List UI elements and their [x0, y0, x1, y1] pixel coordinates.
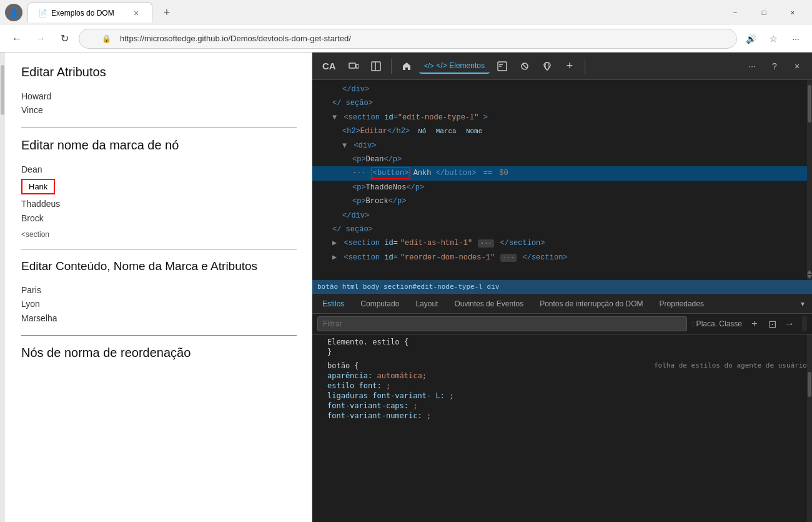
ca-button[interactable]: CA — [317, 58, 341, 74]
dom-line-section-close: </ seção> — [312, 96, 812, 110]
read-aloud-button[interactable]: 🔊 — [742, 30, 760, 48]
section3-content: Paris Lyon Marselha — [21, 283, 297, 325]
dom-panel: </div> </ seção> ▼ <section id="edit-nod… — [312, 80, 812, 280]
styles-panel-scrollbar[interactable] — [807, 334, 812, 522]
favorites-button[interactable]: ☆ — [765, 30, 782, 48]
tab-styles[interactable]: Estilos — [315, 297, 352, 311]
network-button[interactable] — [537, 56, 557, 76]
devtools-panel: CA </> </> Elementos — [312, 53, 812, 522]
toggle-panel-button[interactable] — [366, 56, 386, 76]
dom-line-p-thaddeus[interactable]: <p>ThaddeNos</p> — [312, 181, 812, 194]
section3-title: Editar Conteúdo, Nome da Marca e Atribut… — [21, 259, 297, 273]
more-tools-button[interactable]: ··· — [742, 56, 762, 76]
dom-line-h2[interactable]: <h2>Editar</h2> Nó Marca Nome — [312, 124, 812, 138]
element-style-close: } — [317, 347, 807, 357]
separator2 — [21, 249, 297, 249]
lock-icon: 🔒 — [102, 34, 111, 43]
hank-button[interactable]: Hank — [21, 179, 55, 194]
dom-scroll-thumb-bottom — [807, 269, 812, 280]
svg-point-9 — [545, 63, 549, 70]
element-style-rule: Elemento. estilo { } — [317, 337, 807, 357]
name-brock: Brock — [21, 211, 297, 225]
style-prop-numeric[interactable]: font-variant-numeric: ; — [317, 411, 807, 421]
debugger-button[interactable] — [515, 56, 535, 76]
tab-properties[interactable]: Propriedades — [652, 297, 711, 311]
home-button[interactable] — [397, 56, 417, 76]
tab-dom-breakpoints[interactable]: Pontos de interrupção do DOM — [532, 297, 650, 311]
close-button[interactable]: × — [778, 3, 807, 22]
filter-input[interactable] — [317, 316, 687, 331]
add-style-rule-button[interactable]: + — [747, 316, 762, 331]
main-area: Editar Atributos Howard Vince Editar nom… — [0, 53, 812, 522]
style-prop-caps[interactable]: font-variant-caps: ; — [317, 401, 807, 411]
back-button[interactable]: ← — [7, 29, 26, 48]
tab-close-button[interactable]: × — [131, 8, 142, 19]
scroll-thumb — [1, 65, 4, 115]
style-prop-ligatures[interactable]: ligaduras font-variant- L: ; — [317, 391, 807, 401]
name-thaddeus: Thaddeus — [21, 197, 297, 211]
minimize-button[interactable]: − — [721, 3, 750, 22]
dom-line-section-edit-html[interactable]: ▶ <section id="edit-as-html-1" ··· </sec… — [312, 236, 812, 250]
section1-title: Editar Atributos — [21, 65, 297, 79]
section1-content: Howard Vince — [21, 89, 297, 118]
style-prop-appearance[interactable]: aparência: automática; — [317, 371, 807, 381]
device-emulation-button[interactable] — [344, 56, 364, 76]
dom-line-div-close2: </div> — [312, 209, 812, 223]
address-bar: ← → ↻ 🔒 https://microsoftedge.github.io/… — [0, 25, 812, 53]
dom-line-p-brock[interactable]: <p>Brock</p> — [312, 194, 812, 208]
refresh-button[interactable]: ↻ — [55, 29, 74, 48]
section2-content: Dean Hank Thaddeus Brock — [21, 163, 297, 225]
close-devtools-button[interactable]: × — [787, 56, 807, 76]
dom-line-section-open[interactable]: ▼ <section id="edit-node-type-l" > — [312, 111, 812, 124]
style-prop-font[interactable]: estilo font: ; — [317, 381, 807, 391]
breadcrumb-text: botão html body section#edit-node-type-l… — [317, 283, 499, 291]
dom-line-div-open[interactable]: ▼ <div> — [312, 139, 812, 153]
add-tool-button[interactable]: + — [560, 56, 580, 76]
tab-title: Exemplos do DOM — [51, 9, 114, 18]
elements-tab-button[interactable]: </> </> Elementos — [419, 59, 490, 74]
breadcrumb-bar: botão html body section#edit-node-type-l… — [312, 280, 812, 293]
profile-icon: 👤 — [5, 4, 22, 21]
help-button[interactable]: ? — [765, 56, 785, 76]
section2-title: Editar nome da marca de nó — [21, 138, 297, 153]
dom-line-section-reorder[interactable]: ▶ <section id="reorder-dom-nodes-1" ··· … — [312, 251, 812, 264]
separator1 — [21, 128, 297, 128]
tab-more[interactable]: ▾ — [796, 297, 810, 311]
name-dean: Dean — [21, 163, 297, 176]
forward-button[interactable]: → — [31, 29, 50, 48]
dom-scroll-thumb — [808, 85, 811, 123]
styles-panel: Elemento. estilo { } botão { folha de es… — [312, 334, 812, 522]
button-selector-line: botão { folha de estilos do agente de us… — [317, 361, 807, 371]
section-tag-label: <section — [21, 230, 49, 239]
dom-line-button-ankh[interactable]: ··· <button> Ankh </button> == $0 — [312, 166, 812, 180]
element-style-selector: Elemento. estilo { — [317, 337, 807, 347]
more-button[interactable]: ··· — [787, 30, 805, 48]
section4-title: Nós de norma de reordenação — [21, 346, 297, 360]
tab-layout[interactable]: Layout — [408, 297, 445, 311]
tab-event-listeners[interactable]: Ouvintes de Eventos — [447, 297, 531, 311]
city-marselha: Marselha — [21, 311, 297, 325]
toggle-source-button[interactable]: → — [782, 316, 797, 331]
styles-scrollbar[interactable] — [802, 316, 807, 331]
console-button[interactable] — [492, 56, 512, 76]
toggle-computed-button[interactable]: ⊡ — [765, 316, 780, 331]
bottom-tabs: Estilos Computado Layout Ouvintes de Eve… — [312, 294, 812, 314]
filter-actions: + ⊡ → — [747, 316, 797, 331]
style-source-label: folha de estilos do agente de usuário — [654, 361, 807, 370]
city-lyon: Lyon — [21, 297, 297, 311]
styles-scroll-thumb — [808, 372, 811, 397]
svg-rect-0 — [349, 63, 355, 68]
dom-scrollbar[interactable] — [807, 80, 812, 280]
address-input-container[interactable]: 🔒 https://microsoftedge.github.io/Demos/… — [79, 29, 737, 49]
title-bar: 👤 📄 Exemplos do DOM × + − □ × — [0, 0, 812, 25]
dom-line-p-dean[interactable]: <p>Dean</p> — [312, 153, 812, 166]
maximize-button[interactable]: □ — [750, 3, 778, 22]
new-tab-button[interactable]: + — [157, 3, 176, 22]
title-bar-controls: − □ × — [721, 3, 807, 22]
tab[interactable]: 📄 Exemplos do DOM × — [27, 3, 152, 23]
scroll-indicator[interactable] — [0, 53, 5, 522]
tab-computed[interactable]: Computado — [353, 297, 407, 311]
svg-line-8 — [522, 64, 527, 69]
filter-bar: : Placa. Classe + ⊡ → — [312, 314, 812, 334]
button-rule: botão { folha de estilos do agente de us… — [317, 361, 807, 421]
